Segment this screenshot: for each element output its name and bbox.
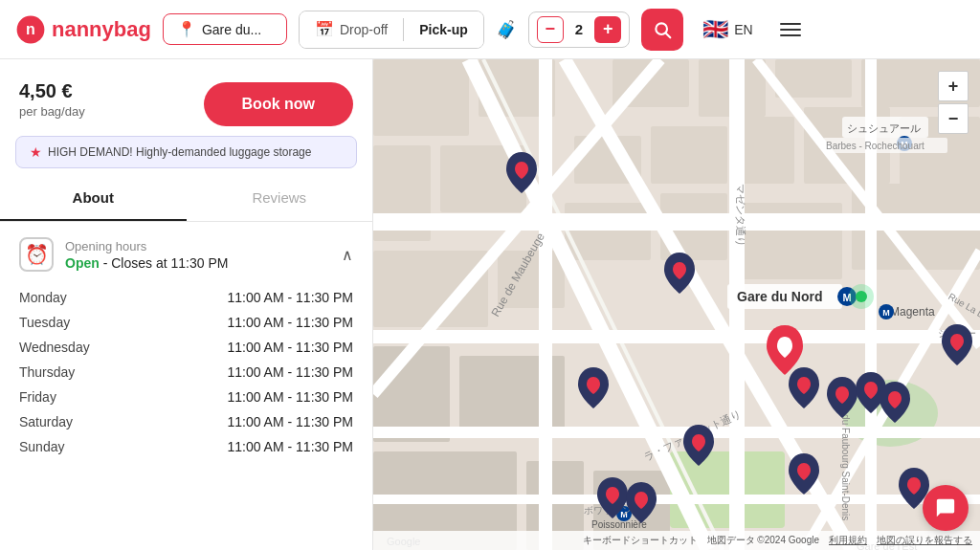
svg-text:Barbes - Rochechouart: Barbes - Rochechouart <box>826 141 924 151</box>
price-value: 4,50 € <box>19 80 85 102</box>
dropoff-pickup-selector: 📅 Drop-off Pick-up <box>299 11 484 49</box>
search-icon <box>653 20 672 39</box>
hours-header[interactable]: ⏰ Opening hours Open - Closes at 11:30 P… <box>19 237 353 272</box>
day-label: Sunday <box>19 439 64 454</box>
luggage-icon: 🧳 <box>496 19 517 40</box>
svg-text:Magenta: Magenta <box>890 305 935 319</box>
svg-rect-5 <box>373 59 469 136</box>
map-terms[interactable]: 利用規約 <box>829 534 867 547</box>
map-keyboard-shortcut: キーボードショートカット <box>583 534 698 547</box>
tabs: About Reviews <box>0 176 372 222</box>
bag-counter: − 2 + <box>528 11 630 48</box>
tab-reviews[interactable]: Reviews <box>187 176 373 221</box>
main-content: 4,50 € per bag/day Book now ★ HIGH DEMAN… <box>0 59 980 550</box>
chevron-up-icon: ∧ <box>342 246 353 264</box>
demand-text: HIGH DEMAND! Highly-demanded luggage sto… <box>48 145 311 159</box>
increase-bag-button[interactable]: + <box>594 16 621 43</box>
map-svg: Rue de Maubeuge マゼンタ通り ラ・ファイエット通り Rue du… <box>373 59 980 550</box>
hours-section: ⏰ Opening hours Open - Closes at 11:30 P… <box>0 222 372 473</box>
svg-line-3 <box>666 33 671 37</box>
time-label: 11:00 AM - 11:30 PM <box>227 389 353 405</box>
schedule-row: Saturday11:00 AM - 11:30 PM <box>19 409 353 434</box>
time-label: 11:00 AM - 11:30 PM <box>227 315 353 330</box>
left-panel: 4,50 € per bag/day Book now ★ HIGH DEMAN… <box>0 59 373 550</box>
location-text: Gare du... <box>202 22 261 37</box>
hours-title: Opening hours <box>65 239 228 253</box>
time-label: 11:00 AM - 11:30 PM <box>227 290 353 305</box>
hamburger-line <box>780 34 801 36</box>
dropoff-btn[interactable]: 📅 Drop-off <box>300 11 403 48</box>
chat-button[interactable] <box>923 485 969 531</box>
header: n nannybag 📍 Gare du... 📅 Drop-off Pick-… <box>0 0 980 59</box>
pickup-label: Pick-up <box>419 22 468 37</box>
schedule: Monday11:00 AM - 11:30 PMTuesday11:00 AM… <box>19 272 353 473</box>
clock-icon: ⏰ <box>19 237 54 272</box>
price-book-row: 4,50 € per bag/day Book now <box>0 59 372 130</box>
svg-rect-22 <box>737 117 794 184</box>
time-label: 11:00 AM - 11:30 PM <box>227 364 353 380</box>
time-label: 11:00 AM - 11:30 PM <box>227 340 353 355</box>
tab-about[interactable]: About <box>0 176 187 221</box>
day-label: Tuesday <box>19 315 70 330</box>
open-status: Open <box>65 255 100 271</box>
zoom-out-button[interactable]: − <box>938 103 969 134</box>
star-icon: ★ <box>30 144 42 160</box>
svg-text:n: n <box>26 20 35 36</box>
map-container: Rue de Maubeuge マゼンタ通り ラ・ファイエット通り Rue du… <box>373 59 980 550</box>
book-now-button[interactable]: Book now <box>204 82 353 126</box>
logo-text: nannybag <box>52 17 151 42</box>
day-label: Friday <box>19 389 56 405</box>
svg-text:M: M <box>882 308 890 318</box>
schedule-row: Tuesday11:00 AM - 11:30 PM <box>19 310 353 335</box>
zoom-in-button[interactable]: + <box>938 71 969 101</box>
hamburger-line <box>780 23 801 25</box>
map-footer: キーボードショートカット 地図データ ©2024 Google 利用規約 地図の… <box>373 531 980 550</box>
svg-text:Gare du Nord: Gare du Nord <box>737 289 822 304</box>
schedule-row: Thursday11:00 AM - 11:30 PM <box>19 360 353 385</box>
day-label: Monday <box>19 290 67 305</box>
demand-banner: ★ HIGH DEMAND! Highly-demanded luggage s… <box>15 136 357 168</box>
svg-rect-21 <box>651 126 727 184</box>
dropoff-label: Drop-off <box>340 22 388 37</box>
bag-count: 2 <box>571 21 587 37</box>
logo[interactable]: n nannybag <box>15 14 151 45</box>
schedule-row: Friday11:00 AM - 11:30 PM <box>19 385 353 409</box>
close-time: - Closes at 11:30 PM <box>100 255 229 271</box>
hours-status: Open - Closes at 11:30 PM <box>65 255 228 271</box>
svg-text:シュシュアール: シュシュアール <box>847 122 921 134</box>
pickup-btn[interactable]: Pick-up <box>404 11 483 48</box>
hamburger-line <box>780 29 801 31</box>
day-label: Saturday <box>19 414 73 429</box>
location-button[interactable]: 📍 Gare du... <box>163 13 287 45</box>
day-label: Thursday <box>19 364 75 380</box>
flag-icon: 🇬🇧 <box>702 17 728 42</box>
pricing-info: 4,50 € per bag/day <box>19 80 85 119</box>
schedule-row: Sunday11:00 AM - 11:30 PM <box>19 434 353 459</box>
map-report[interactable]: 地図の誤りを報告する <box>877 534 972 547</box>
map-controls: + − <box>938 71 969 134</box>
nannybag-logo-icon: n <box>15 14 46 45</box>
per-day-label: per bag/day <box>19 104 85 119</box>
hours-info: Opening hours Open - Closes at 11:30 PM <box>65 239 228 271</box>
calendar-icon: 📅 <box>315 20 334 38</box>
decrease-bag-button[interactable]: − <box>537 16 564 43</box>
hamburger-menu-button[interactable] <box>772 15 809 44</box>
schedule-row: Monday11:00 AM - 11:30 PM <box>19 285 353 310</box>
time-label: 11:00 AM - 11:30 PM <box>227 439 353 454</box>
schedule-row: Wednesday11:00 AM - 11:30 PM <box>19 335 353 360</box>
search-button[interactable] <box>641 9 683 51</box>
map-data-credit: 地図データ ©2024 Google <box>707 534 819 547</box>
language-button[interactable]: 🇬🇧 EN <box>695 13 760 46</box>
hours-left: ⏰ Opening hours Open - Closes at 11:30 P… <box>19 237 228 272</box>
chat-icon <box>935 497 956 518</box>
lang-text: EN <box>734 22 752 37</box>
day-label: Wednesday <box>19 340 90 355</box>
svg-text:マゼンタ通り: マゼンタ通り <box>735 184 746 247</box>
time-label: 11:00 AM - 11:30 PM <box>227 414 353 429</box>
location-pin-icon: 📍 <box>177 20 196 38</box>
svg-point-54 <box>856 291 867 302</box>
